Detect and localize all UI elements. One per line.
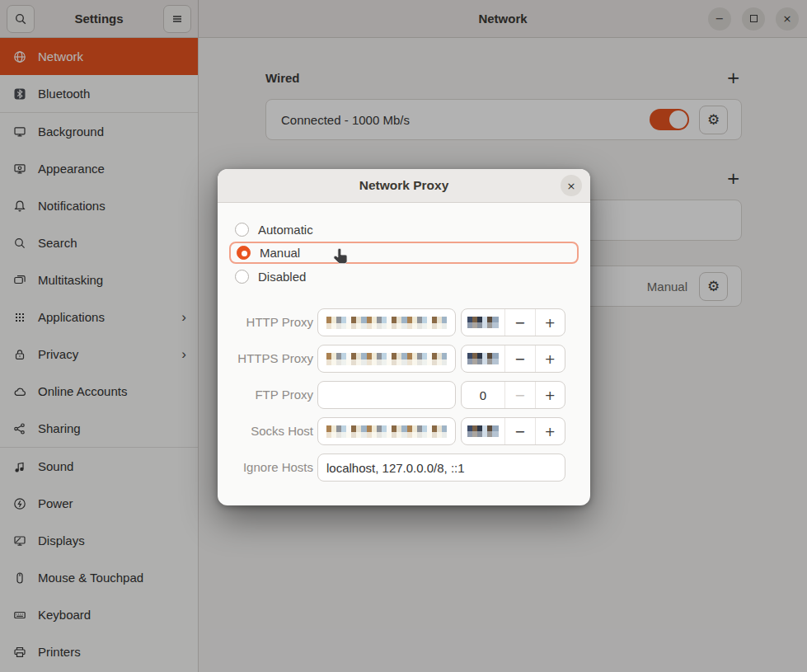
plus-icon: + [545, 424, 556, 439]
socks-host-label: Socks Host [231, 417, 313, 445]
proxy-option-disabled[interactable]: Disabled [229, 266, 579, 288]
proxy-option-automatic[interactable]: Automatic [229, 219, 579, 241]
radio-checked-icon [237, 246, 251, 260]
minus-icon: − [514, 424, 525, 439]
ftp-proxy-label: FTP Proxy [231, 381, 313, 409]
close-icon: × [567, 180, 576, 192]
hand-cursor-icon [331, 247, 352, 268]
socks-port-spinner[interactable]: − + [461, 417, 565, 445]
socks-port-increment-button[interactable]: + [536, 418, 565, 444]
http-proxy-label: HTTP Proxy [231, 308, 313, 336]
redacted-value [326, 317, 447, 329]
https-proxy-input[interactable] [317, 345, 456, 373]
redacted-value [467, 317, 499, 328]
socks-host-input[interactable] [317, 417, 456, 445]
option-label: Disabled [258, 270, 306, 284]
http-port-value [462, 309, 505, 336]
ignore-hosts-value: localhost, 127.0.0.0/8, ::1 [326, 461, 465, 475]
http-proxy-row: HTTP Proxy − + [218, 308, 590, 336]
redacted-value [467, 353, 499, 364]
option-label: Manual [260, 246, 300, 260]
redacted-value [326, 425, 447, 438]
minus-icon: − [514, 351, 525, 367]
plus-icon: + [545, 315, 556, 331]
dialog-headerbar: Network Proxy × [218, 169, 590, 203]
socks-port-decrement-button[interactable]: − [505, 418, 536, 444]
minus-icon: − [514, 315, 525, 331]
minus-icon: − [514, 388, 525, 403]
network-proxy-dialog: Network Proxy × Automatic Manual Disable… [218, 169, 590, 505]
plus-icon: + [545, 388, 556, 403]
redacted-value [467, 425, 499, 437]
proxy-option-manual[interactable]: Manual [229, 242, 579, 264]
https-port-spinner[interactable]: − + [461, 345, 565, 373]
http-port-decrement-button[interactable]: − [505, 309, 536, 336]
redacted-value [326, 353, 447, 365]
ignore-hosts-label: Ignore Hosts [231, 453, 313, 482]
ignore-hosts-row: Ignore Hosts localhost, 127.0.0.0/8, ::1 [218, 453, 590, 482]
ftp-port-decrement-button[interactable]: − [505, 382, 536, 408]
socks-host-row: Socks Host − + [218, 417, 590, 445]
settings-window: Settings Network − × Network Bluetooth [0, 0, 807, 672]
https-proxy-row: HTTPS Proxy − + [218, 345, 590, 373]
radio-unchecked-icon [235, 270, 249, 284]
ftp-proxy-input[interactable] [317, 381, 456, 409]
plus-icon: + [545, 351, 556, 367]
http-proxy-input[interactable] [317, 308, 456, 336]
ignore-hosts-input[interactable]: localhost, 127.0.0.0/8, ::1 [317, 453, 565, 482]
https-port-increment-button[interactable]: + [536, 345, 565, 372]
https-port-decrement-button[interactable]: − [505, 345, 536, 372]
ftp-proxy-row: FTP Proxy 0 − + [218, 381, 590, 409]
ftp-port-spinner[interactable]: 0 − + [461, 381, 565, 409]
ftp-port-increment-button[interactable]: + [536, 382, 565, 408]
radio-unchecked-icon [235, 223, 249, 237]
ftp-port-value: 0 [462, 382, 505, 408]
dialog-close-button[interactable]: × [561, 175, 582, 196]
option-label: Automatic [258, 223, 313, 237]
dialog-title: Network Proxy [218, 169, 590, 202]
socks-port-value [462, 418, 505, 444]
https-proxy-label: HTTPS Proxy [231, 345, 313, 373]
http-port-spinner[interactable]: − + [461, 308, 565, 336]
http-port-increment-button[interactable]: + [536, 309, 565, 336]
https-port-value [462, 345, 505, 372]
